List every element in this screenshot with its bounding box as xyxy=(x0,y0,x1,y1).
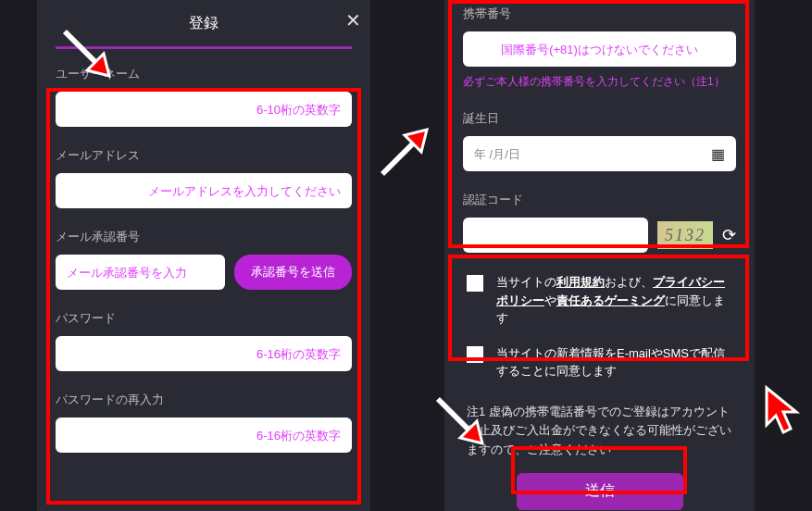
birthday-field: 誕生日 ▦ xyxy=(463,110,736,171)
email-label: メールアドレス xyxy=(56,147,352,164)
phone-help-text: 必ずご本人様の携帯番号を入力してください（注1） xyxy=(463,74,736,90)
modal-header: 登録 ✕ xyxy=(37,0,370,46)
terms-mid1: および、 xyxy=(605,275,653,289)
captcha-field: 認証コード 5132 ⟳ xyxy=(463,192,736,253)
close-icon[interactable]: ✕ xyxy=(345,9,361,31)
arrow-icon xyxy=(375,120,440,185)
password-label: パスワード xyxy=(56,310,352,327)
email-verify-label: メール承認番号 xyxy=(56,229,352,245)
form-body-left: ユーザーネーム メールアドレス メール承認番号 承認番号を送信 パスワード パス… xyxy=(37,56,370,482)
username-field: ユーザーネーム xyxy=(56,66,352,127)
cursor-icon xyxy=(761,384,807,440)
marketing-consent-row: 当サイトの新着情報をE-mailやSMSで配信することに同意します xyxy=(463,344,736,380)
email-verify-field: メール承認番号 承認番号を送信 xyxy=(56,229,352,290)
password-confirm-input[interactable] xyxy=(56,418,352,453)
marketing-text: 当サイトの新着情報をE-mailやSMSで配信することに同意します xyxy=(496,344,732,380)
send-code-button[interactable]: 承認番号を送信 xyxy=(234,255,352,290)
email-input[interactable] xyxy=(56,173,352,208)
phone-note: 注1 虚偽の携帯電話番号でのご登録はアカウント停止及びご入出金ができなくなる可能… xyxy=(463,397,736,473)
terms-text: 当サイトの利用規約および、プライバシーポリシーや責任あるゲーミングに同意します xyxy=(496,273,732,328)
captcha-image: 5132 xyxy=(657,221,713,249)
registration-panel-right: 携帯番号 必ずご本人様の携帯番号を入力してください（注1） 誕生日 ▦ 認証コー… xyxy=(444,0,755,511)
terms-link[interactable]: 利用規約 xyxy=(556,275,605,289)
password-field: パスワード xyxy=(56,310,352,371)
phone-input[interactable] xyxy=(463,31,736,67)
captcha-input[interactable] xyxy=(463,218,648,253)
terms-checkbox[interactable] xyxy=(467,275,483,292)
email-field: メールアドレス xyxy=(56,147,352,208)
password-input[interactable] xyxy=(56,336,352,371)
birthday-label: 誕生日 xyxy=(463,110,736,127)
username-input[interactable] xyxy=(56,92,352,127)
modal-title: 登録 xyxy=(189,14,219,33)
refresh-icon[interactable]: ⟳ xyxy=(722,225,736,245)
phone-field: 携帯番号 必ずご本人様の携帯番号を入力してください（注1） xyxy=(463,6,736,90)
email-verify-input[interactable] xyxy=(56,255,225,290)
phone-label: 携帯番号 xyxy=(463,6,736,22)
terms-prefix: 当サイトの xyxy=(496,275,556,289)
captcha-label: 認証コード xyxy=(463,192,736,208)
responsible-gaming-link[interactable]: 責任あるゲーミング xyxy=(556,293,665,307)
form-body-right: 携帯番号 必ずご本人様の携帯番号を入力してください（注1） 誕生日 ▦ 認証コー… xyxy=(444,0,755,511)
terms-consent-row: 当サイトの利用規約および、プライバシーポリシーや責任あるゲーミングに同意します xyxy=(463,273,736,328)
submit-button[interactable]: 送信 xyxy=(517,473,683,510)
password-confirm-label: パスワードの再入力 xyxy=(56,392,352,408)
birthday-input[interactable] xyxy=(463,136,736,171)
registration-panel-left: 登録 ✕ ユーザーネーム メールアドレス メール承認番号 承認番号を送信 パスワ… xyxy=(37,0,370,511)
divider xyxy=(56,46,352,49)
password-confirm-field: パスワードの再入力 xyxy=(56,392,352,453)
username-label: ユーザーネーム xyxy=(56,66,352,82)
marketing-checkbox[interactable] xyxy=(467,346,483,363)
terms-mid2: や xyxy=(544,293,556,307)
